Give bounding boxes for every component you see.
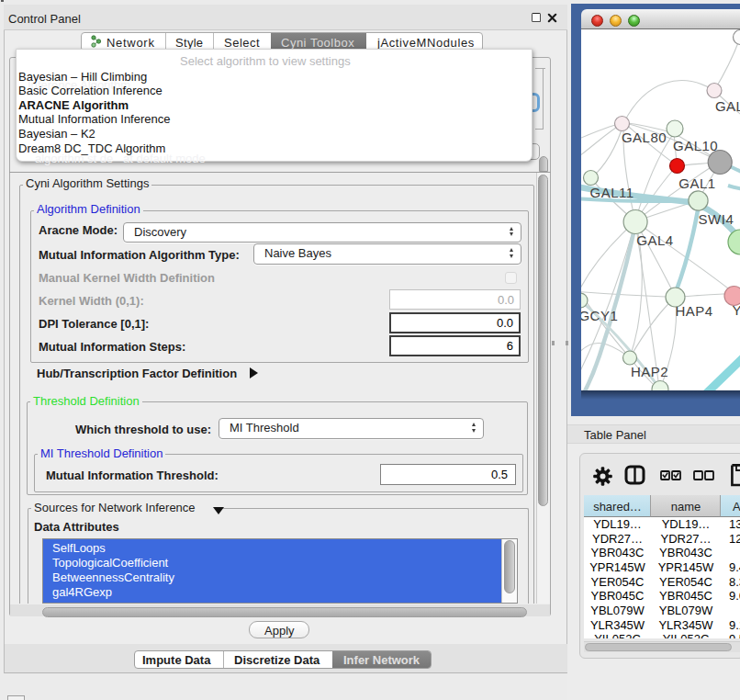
svg-text:GCY1: GCY1 (581, 308, 618, 323)
svg-text:YM: YM (733, 302, 740, 318)
svg-text:HAP2: HAP2 (631, 364, 668, 379)
svg-text:GAL2: GAL2 (715, 98, 740, 114)
svg-text:GAL1: GAL1 (678, 175, 715, 191)
svg-text:GAL10: GAL10 (673, 138, 718, 153)
svg-text:GAL4: GAL4 (636, 232, 673, 248)
svg-text:HAP4: HAP4 (676, 303, 713, 319)
svg-text:GAL80: GAL80 (622, 130, 667, 145)
svg-text:SWI4: SWI4 (699, 211, 734, 227)
svg-text:GAL11: GAL11 (590, 185, 634, 200)
